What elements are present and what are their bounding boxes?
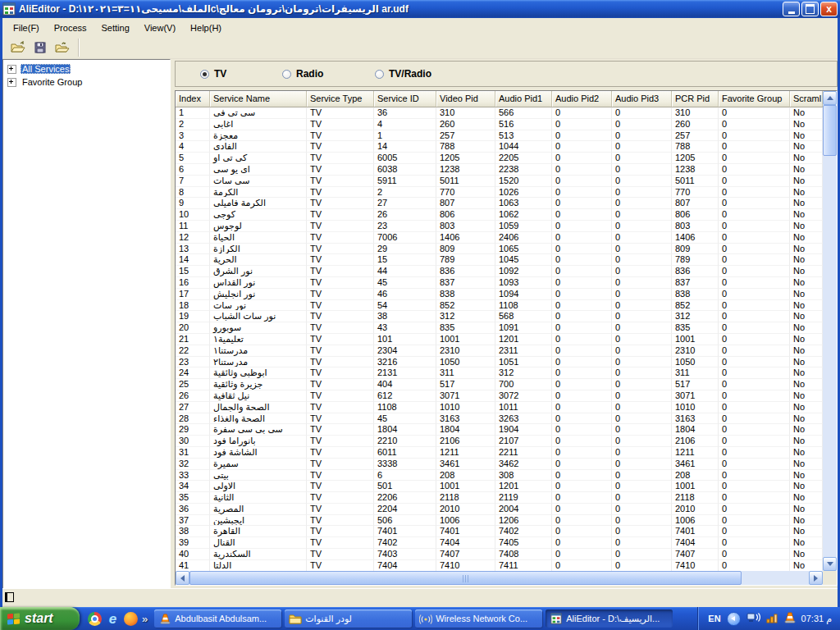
vertical-scrollbar[interactable] bbox=[823, 91, 837, 571]
table-row[interactable]: 23مدرستنا٢TV3216105010510010500No bbox=[176, 357, 823, 368]
table-row[interactable]: 5كى تى اوTV6005120522050012050No bbox=[176, 153, 823, 164]
table-row[interactable]: 24ابوظبى وثائقيةTV2131311312003110No bbox=[176, 368, 823, 379]
task-button-task1[interactable]: لودر القنوات bbox=[285, 609, 412, 628]
table-row[interactable]: 22مدرستنا١TV2304231023110023100No bbox=[176, 345, 823, 357]
table-row[interactable]: 38القاهرةTV7401740174020074010No bbox=[176, 526, 823, 537]
radio-tv[interactable]: TV bbox=[200, 68, 226, 80]
table-row[interactable]: 12الحياةTV7006140624060014060No bbox=[176, 232, 823, 244]
expand-icon[interactable] bbox=[7, 65, 16, 74]
chrome-icon[interactable] bbox=[88, 612, 102, 626]
table-row[interactable]: 37ايجبشينTV506100612060010060No bbox=[176, 515, 823, 527]
table-row[interactable]: 2اغابىTV4260516002600No bbox=[176, 119, 823, 130]
scroll-up-button[interactable] bbox=[823, 91, 837, 105]
table-row[interactable]: 21تعليمية١TV101100112010010010No bbox=[176, 334, 823, 345]
table-row[interactable]: 19نور سات الشبابTV38312568003120No bbox=[176, 311, 823, 322]
horizontal-scroll-thumb[interactable] bbox=[189, 571, 742, 585]
vertical-scroll-thumb[interactable] bbox=[823, 105, 837, 156]
table-row[interactable]: 3معجزةTV1257513002570No bbox=[176, 130, 823, 142]
column-header-favorite-group[interactable]: Favorite Group bbox=[719, 91, 790, 107]
table-row[interactable]: 29سى بى سى سفرةTV1804180419040018040No bbox=[176, 424, 823, 436]
radio-radio[interactable]: Radio bbox=[282, 68, 323, 80]
minimize-button[interactable] bbox=[783, 2, 800, 16]
language-indicator[interactable]: EN bbox=[708, 614, 720, 623]
expand-icon[interactable] bbox=[7, 78, 16, 87]
tray-collapse-button[interactable] bbox=[727, 612, 741, 626]
column-header-scraml[interactable]: Scraml bbox=[790, 91, 823, 107]
table-row[interactable]: 28الصحة والغذاءTV45316332630031630No bbox=[176, 413, 823, 425]
table-row[interactable]: 41الدلتاTV7404741074110074100No bbox=[176, 560, 823, 571]
scroll-left-button[interactable] bbox=[176, 571, 189, 585]
table-cell: TV bbox=[307, 560, 374, 571]
table-row[interactable]: 11لوجوسTV238031059008030No bbox=[176, 221, 823, 232]
column-header-service-name[interactable]: Service Name bbox=[210, 91, 307, 107]
menu-item-setting[interactable]: Setting bbox=[94, 21, 137, 35]
start-button[interactable]: start bbox=[0, 607, 80, 630]
table-cell: 0 bbox=[719, 198, 790, 209]
signal-strength-icon[interactable] bbox=[766, 613, 778, 625]
table-row[interactable]: 39القنالTV7402740474050074040No bbox=[176, 537, 823, 549]
column-header-pcr-pid[interactable]: PCR Pid bbox=[672, 91, 719, 107]
menu-item-file-f[interactable]: File(F) bbox=[6, 21, 47, 35]
tree-item-favorite-group[interactable]: Favorite Group bbox=[3, 75, 170, 89]
table-row[interactable]: 7سى ساتTV5911501115200050110No bbox=[176, 176, 823, 187]
quick-launch-chevron[interactable]: » bbox=[142, 613, 148, 625]
table-row[interactable]: 30بانوراما فودTV2210210621070021060No bbox=[176, 436, 823, 447]
menu-item-help-h[interactable]: Help(H) bbox=[183, 21, 229, 35]
import-button[interactable] bbox=[51, 38, 73, 58]
column-header-service-type[interactable]: Service Type bbox=[307, 91, 374, 107]
table-row[interactable]: 25جزيرة وثائقيةTV404517700005170No bbox=[176, 379, 823, 390]
column-header-service-id[interactable]: Service ID bbox=[374, 91, 436, 107]
table-row[interactable]: 8الكرمةTV27701026007700No bbox=[176, 187, 823, 199]
table-cell: 803 bbox=[436, 221, 495, 232]
table-row[interactable]: 14الحريةTV157891045007890No bbox=[176, 254, 823, 266]
table-row[interactable]: 20سوبوروTV438351091008350No bbox=[176, 322, 823, 334]
open-button[interactable] bbox=[7, 38, 29, 58]
minimize-icon bbox=[788, 11, 795, 14]
table-row[interactable]: 31الشاشة فودTV6011121122110012110No bbox=[176, 447, 823, 459]
table-row[interactable]: 4الفادىTV147881044007880No bbox=[176, 141, 823, 153]
table-row[interactable]: 13الكرازةTV298091065008090No bbox=[176, 244, 823, 255]
table-row[interactable]: 6اى يو سىTV6038123822380012380No bbox=[176, 164, 823, 176]
table-row[interactable]: 32سميرةTV3338346134620034610No bbox=[176, 459, 823, 470]
save-button[interactable] bbox=[29, 38, 51, 58]
horizontal-scrollbar[interactable] bbox=[176, 571, 823, 585]
alieditor-icon bbox=[550, 612, 563, 625]
scroll-right-button[interactable] bbox=[809, 571, 823, 585]
column-header-index[interactable]: Index bbox=[176, 91, 210, 107]
radio-tv-radio[interactable]: TV/Radio bbox=[375, 68, 431, 80]
task-button-wireless-network-co[interactable]: Wireless Network Co... bbox=[415, 609, 542, 628]
internet-explorer-icon[interactable]: e bbox=[106, 612, 120, 626]
table-row[interactable]: 34الاولىTV501100112010010010No bbox=[176, 481, 823, 492]
column-header-audio-pid3[interactable]: Audio Pid3 bbox=[612, 91, 672, 107]
table-row[interactable]: 9الكرمة فاميلىTV278071063008070No bbox=[176, 198, 823, 209]
menu-item-view-v[interactable]: View(V) bbox=[137, 21, 183, 35]
table-row[interactable]: 10كوجىTV268061062008060No bbox=[176, 209, 823, 221]
menu-item-process[interactable]: Process bbox=[47, 21, 94, 35]
table-row[interactable]: 1سى تى فىTV36310566003100No bbox=[176, 107, 823, 119]
tree-item-all-services[interactable]: All Services bbox=[3, 62, 170, 75]
table-row[interactable]: 33بيتىTV6208308002080No bbox=[176, 470, 823, 482]
restore-button[interactable] bbox=[801, 2, 819, 16]
task-button-abdulbasit-abdulsam[interactable]: Abdulbasit Abdulsam... bbox=[154, 609, 281, 628]
table-row[interactable]: 26نيل ثقافيةTV612307130720030710No bbox=[176, 390, 823, 402]
table-row[interactable]: 40السكندريةTV7403740774080074070No bbox=[176, 549, 823, 560]
table-row[interactable]: 36المصريةTV2204201020040020100No bbox=[176, 504, 823, 515]
column-header-audio-pid1[interactable]: Audio Pid1 bbox=[495, 91, 552, 107]
close-button[interactable]: x bbox=[820, 2, 838, 16]
table-row[interactable]: 16نور القداسTV458371093008370No bbox=[176, 277, 823, 289]
table-cell: القنال bbox=[210, 537, 307, 549]
column-header-audio-pid2[interactable]: Audio Pid2 bbox=[552, 91, 612, 107]
table-row[interactable]: 27الصحة والجمالTV1108101010110010100No bbox=[176, 402, 823, 413]
table-row[interactable]: 18نور ساتTV548521108008520No bbox=[176, 300, 823, 312]
table-row[interactable]: 17نور انجليشTV468381094008380No bbox=[176, 289, 823, 300]
table-row[interactable]: 35الثانيةTV2206211821190021180No bbox=[176, 492, 823, 504]
scroll-down-button[interactable] bbox=[823, 557, 837, 571]
firefox-icon[interactable] bbox=[124, 612, 138, 626]
table-cell: 788 bbox=[672, 141, 719, 153]
table-cell: TV bbox=[307, 221, 374, 232]
column-header-video-pid[interactable]: Video Pid bbox=[436, 91, 495, 107]
network-icon[interactable] bbox=[746, 612, 760, 626]
task-button-alieditor-d[interactable]: AliEditor - D:\الريسيف... bbox=[546, 609, 673, 628]
vlc-tray-icon[interactable] bbox=[784, 612, 796, 625]
table-row[interactable]: 15نور الشرقTV448361092008360No bbox=[176, 266, 823, 277]
